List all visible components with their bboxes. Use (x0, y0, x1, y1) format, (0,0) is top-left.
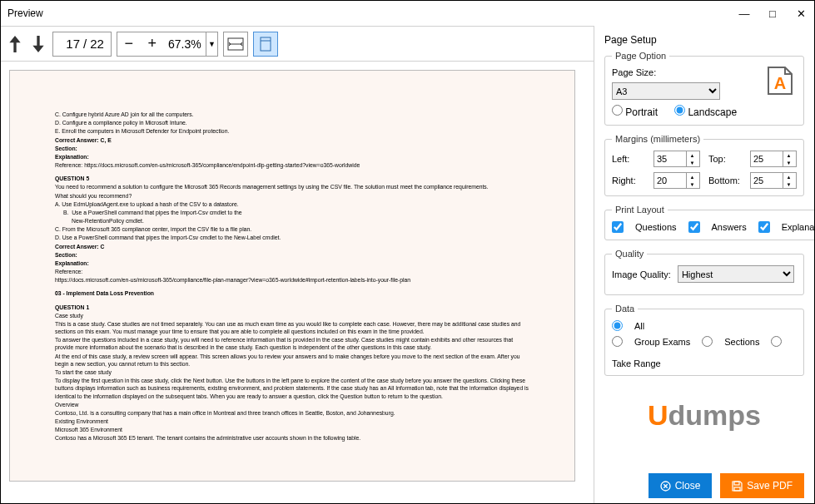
print-layout-group: Print Layout Questions Answers Explanati… (604, 205, 815, 240)
landscape-radio[interactable]: Landscape (674, 105, 737, 118)
margin-top-input[interactable]: ▲▼ (750, 151, 797, 167)
fit-width-button[interactable] (223, 32, 248, 57)
page-indicator: / 22 (52, 32, 112, 57)
panel-title: Page Setup (604, 34, 804, 46)
quality-group: Quality Image Quality: Highest (604, 249, 804, 295)
page-up-icon[interactable] (6, 35, 24, 53)
close-button[interactable]: Close (649, 473, 713, 498)
window-title: Preview (7, 7, 738, 19)
fit-page-button[interactable] (253, 32, 278, 57)
margin-bottom-input[interactable]: ▲▼ (750, 172, 797, 189)
close-window-button[interactable]: ✕ (794, 7, 808, 20)
all-radio[interactable] (612, 320, 623, 331)
page-icon: A (763, 64, 797, 97)
take-range-radio[interactable] (771, 336, 782, 347)
close-icon (660, 481, 671, 492)
svg-rect-1 (261, 37, 271, 51)
save-icon (732, 481, 743, 492)
answers-checkbox[interactable] (688, 221, 700, 233)
page-size-select[interactable]: A3 (612, 82, 720, 100)
page-down-icon[interactable] (29, 35, 47, 53)
group-exams-radio[interactable] (612, 336, 623, 347)
settings-panel: Page Setup Page Option A Page Size: A3 P… (594, 26, 814, 504)
save-pdf-button[interactable]: Save PDF (720, 473, 804, 498)
data-group: Data All Group Exams Sections Take Range (604, 304, 804, 376)
total-pages: 22 (90, 37, 104, 51)
document-page: C. Configure hybrid Azure AD join for al… (9, 70, 575, 482)
logo: Udumps (604, 399, 804, 432)
current-page-input[interactable] (60, 37, 80, 51)
titlebar: Preview — □ ✕ (1, 1, 814, 26)
sections-radio[interactable] (702, 336, 713, 347)
zoom-group: − + 67.3% ▼ (117, 32, 218, 57)
toolbar: / 22 − + 67.3% ▼ (1, 26, 594, 62)
explanation-checkbox[interactable] (758, 221, 770, 233)
svg-rect-4 (734, 482, 739, 485)
preview-area: C. Configure hybrid Azure AD join for al… (1, 62, 594, 504)
margin-left-input[interactable]: ▲▼ (653, 151, 700, 167)
preview-panel: / 22 − + 67.3% ▼ C. Configure hybrid Azu… (1, 26, 594, 504)
margins-group: Margins (millimeters) Left: ▲▼ Top: ▲▼ R… (604, 134, 804, 196)
svg-text:A: A (774, 74, 786, 92)
maximize-button[interactable]: □ (766, 7, 779, 20)
zoom-in-button[interactable]: + (141, 35, 164, 52)
window-buttons: — □ ✕ (738, 7, 808, 20)
zoom-value: 67.3% (164, 37, 206, 51)
image-quality-select[interactable]: Highest (678, 265, 794, 283)
svg-rect-5 (734, 487, 740, 491)
margin-right-input[interactable]: ▲▼ (653, 172, 700, 189)
questions-checkbox[interactable] (612, 221, 624, 233)
portrait-radio[interactable]: Portrait (612, 105, 658, 118)
minimize-button[interactable]: — (738, 7, 751, 20)
zoom-out-button[interactable]: − (117, 35, 141, 52)
zoom-dropdown[interactable]: ▼ (206, 32, 217, 56)
page-option-group: Page Option A Page Size: A3 Portrait Lan… (604, 51, 804, 126)
